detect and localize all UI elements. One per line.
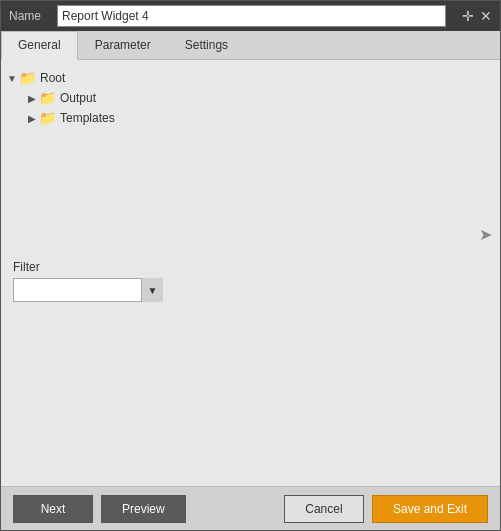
tree-label-templates: Templates bbox=[60, 111, 115, 125]
folder-icon-templates: 📁 bbox=[39, 110, 56, 126]
title-bar: Name ✛ ✕ bbox=[1, 1, 500, 31]
folder-icon-root: 📁 bbox=[19, 70, 36, 86]
toggle-output[interactable]: ▶ bbox=[25, 93, 39, 104]
tree-node-root[interactable]: ▼ 📁 Root bbox=[5, 68, 496, 88]
tree-children-root: ▶ 📁 Output ▶ 📁 Templates bbox=[5, 88, 496, 128]
tree-label-root: Root bbox=[40, 71, 65, 85]
tab-general[interactable]: General bbox=[1, 31, 78, 60]
filter-select[interactable] bbox=[13, 278, 163, 302]
save-exit-button[interactable]: Save and Exit bbox=[372, 495, 488, 523]
dialog: Name ✛ ✕ General Parameter Settings ▼ 📁 … bbox=[0, 0, 501, 531]
filter-area: Filter ▼ bbox=[1, 252, 500, 310]
footer: Next Preview Cancel Save and Exit bbox=[1, 486, 500, 530]
title-icons: ✛ ✕ bbox=[462, 8, 492, 24]
tree-node-output[interactable]: ▶ 📁 Output bbox=[25, 88, 496, 108]
tree-node-templates[interactable]: ▶ 📁 Templates bbox=[25, 108, 496, 128]
tree-area: ▼ 📁 Root ▶ 📁 Output ▶ 📁 Templates bbox=[1, 60, 500, 252]
preview-button[interactable]: Preview bbox=[101, 495, 186, 523]
move-icon[interactable]: ✛ bbox=[462, 8, 474, 24]
tree-label-output: Output bbox=[60, 91, 96, 105]
name-input[interactable] bbox=[57, 5, 446, 27]
next-button[interactable]: Next bbox=[13, 495, 93, 523]
send-icon: ➤ bbox=[479, 225, 492, 244]
cancel-button[interactable]: Cancel bbox=[284, 495, 364, 523]
folder-icon-output: 📁 bbox=[39, 90, 56, 106]
main-content: ▼ 📁 Root ▶ 📁 Output ▶ 📁 Templates bbox=[1, 60, 500, 486]
tabs-bar: General Parameter Settings bbox=[1, 31, 500, 60]
name-label: Name bbox=[9, 9, 49, 23]
bottom-spacer bbox=[1, 310, 500, 486]
toggle-templates[interactable]: ▶ bbox=[25, 113, 39, 124]
close-icon[interactable]: ✕ bbox=[480, 8, 492, 24]
tab-parameter[interactable]: Parameter bbox=[78, 31, 168, 59]
filter-label: Filter bbox=[13, 260, 488, 274]
tab-settings[interactable]: Settings bbox=[168, 31, 245, 59]
filter-select-wrapper: ▼ bbox=[13, 278, 163, 302]
toggle-root[interactable]: ▼ bbox=[5, 73, 19, 84]
